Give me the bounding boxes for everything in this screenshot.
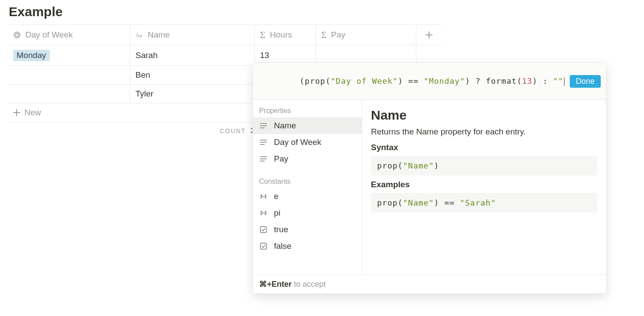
count-summary[interactable]: COUNT 3 (8, 122, 255, 140)
sidebar-item-false[interactable]: false (253, 238, 362, 254)
footer-text: to accept (292, 280, 326, 289)
column-header-label: Day of Week (25, 30, 73, 40)
tok: ) (434, 198, 439, 207)
tag-day: Monday (13, 50, 50, 61)
cell-day[interactable]: Monday (8, 45, 130, 65)
tok: format (486, 76, 517, 86)
sidebar-item-true[interactable]: true (253, 221, 362, 238)
section-label-properties: Properties (253, 104, 362, 117)
table-header-row: Day of Week Aa Name Σ Hours Σ Pay (8, 25, 441, 45)
text-icon (259, 123, 268, 129)
column-header-pay[interactable]: Σ Pay (316, 25, 416, 45)
svg-text:Aa: Aa (135, 32, 142, 38)
cell-day[interactable] (8, 66, 130, 84)
tok: "Day of Week" (331, 76, 398, 86)
formula-detail-panel: Name Returns the Name property for each … (362, 100, 606, 275)
tok: prop (377, 161, 398, 170)
plus-icon (13, 109, 20, 116)
sidebar-item-label: Name (274, 121, 296, 131)
cell-name[interactable]: Sarah (130, 45, 255, 65)
tok: ( (300, 76, 305, 86)
section-label-constants: Constants (253, 175, 362, 188)
plus-icon (426, 31, 433, 38)
detail-title: Name (371, 108, 597, 123)
formula-footer: ⌘+Enter to accept (253, 275, 606, 293)
tok: ( (398, 198, 403, 207)
tok: "" (553, 76, 564, 86)
column-header-label: Pay (331, 30, 346, 40)
sidebar-item-label: true (274, 225, 288, 234)
tok: == (439, 198, 460, 207)
svg-rect-3 (260, 243, 267, 249)
tok: 13 (522, 76, 533, 86)
tok: ( (325, 76, 331, 86)
sidebar-item-pay[interactable]: Pay (253, 151, 362, 167)
text-caret (564, 77, 564, 86)
tok: : (537, 76, 553, 86)
title-icon: Aa (135, 32, 143, 38)
page-title: Example (9, 4, 636, 19)
formula-icon: Σ (321, 29, 327, 41)
cell-name[interactable]: Tyler (130, 85, 255, 103)
sidebar-item-label: pi (274, 208, 280, 218)
column-header-label: Hours (270, 30, 292, 40)
formula-sidebar: Properties Name Day of Week (253, 100, 362, 275)
sidebar-item-label: false (274, 241, 291, 251)
tok: ( (517, 76, 522, 86)
text-icon (259, 139, 268, 145)
done-button[interactable]: Done (570, 75, 601, 88)
tok: prop (377, 198, 398, 207)
column-header-day[interactable]: Day of Week (8, 25, 130, 45)
cell-day[interactable] (8, 85, 130, 103)
add-column-button[interactable] (416, 25, 441, 45)
tok: "Name" (403, 161, 434, 170)
number-icon (259, 210, 268, 216)
tok: ) (434, 161, 439, 170)
text-icon (259, 156, 268, 162)
sidebar-item-day-of-week[interactable]: Day of Week (253, 134, 362, 151)
detail-syntax-code: prop("Name") (371, 156, 597, 175)
formula-bar: (prop("Day of Week") == "Monday") ? form… (253, 63, 606, 100)
column-header-label: Name (148, 30, 170, 40)
formula-editor: (prop("Day of Week") == "Monday") ? form… (253, 62, 606, 294)
tok: ( (398, 161, 403, 170)
sidebar-item-label: Day of Week (274, 137, 321, 147)
svg-rect-2 (260, 227, 267, 233)
detail-description: Returns the Name property for each entry… (371, 127, 597, 137)
tok: prop (305, 76, 325, 86)
new-row-label: New (24, 108, 41, 117)
tok: "Name" (403, 198, 434, 207)
tok: "Monday" (424, 76, 465, 86)
sidebar-item-label: e (274, 192, 279, 201)
tok: ? (470, 76, 486, 86)
tok: ) (398, 76, 403, 86)
select-icon (13, 31, 21, 39)
sidebar-item-label: Pay (274, 154, 288, 164)
column-header-name[interactable]: Aa Name (130, 25, 255, 45)
count-label: COUNT (220, 127, 246, 134)
detail-example-code: prop("Name") == "Sarah" (371, 193, 597, 213)
footer-shortcut: ⌘+Enter (259, 280, 292, 289)
number-icon (259, 193, 268, 200)
sidebar-item-name[interactable]: Name (253, 117, 362, 134)
detail-syntax-heading: Syntax (371, 143, 597, 152)
sidebar-item-pi[interactable]: pi (253, 205, 362, 221)
checkbox-icon (259, 226, 268, 233)
detail-examples-heading: Examples (371, 180, 597, 189)
formula-icon: Σ (260, 29, 266, 41)
column-header-hours[interactable]: Σ Hours (255, 25, 316, 45)
tok: == (403, 76, 423, 86)
tok: "Sarah" (460, 198, 496, 207)
checkbox-icon (259, 243, 268, 250)
sidebar-item-e[interactable]: e (253, 188, 362, 205)
cell-name[interactable]: Ben (130, 66, 255, 84)
tok: ) (465, 76, 471, 86)
tok: ) (532, 76, 537, 86)
formula-input[interactable]: (prop("Day of Week") == "Monday") ? form… (258, 67, 564, 95)
